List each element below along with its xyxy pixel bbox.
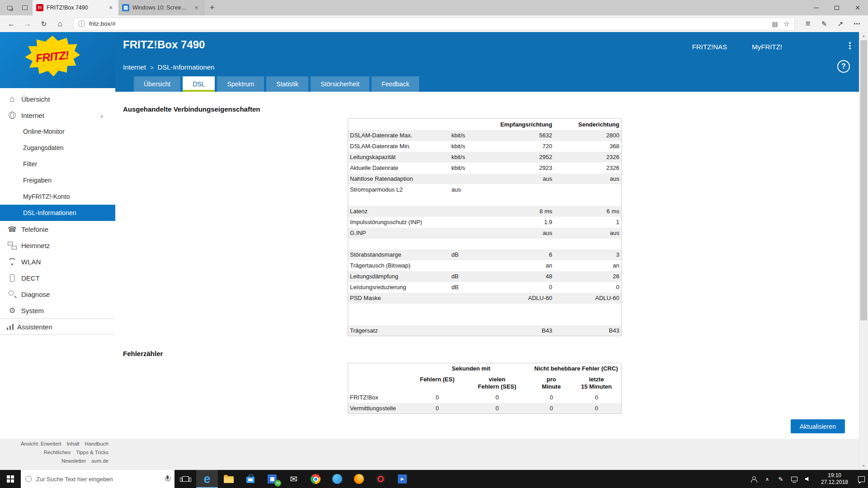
reading-view-icon[interactable] (772, 19, 778, 28)
network-icon[interactable] (788, 470, 801, 488)
action-center-glyph (858, 476, 865, 482)
maximize-button[interactable] (826, 0, 847, 15)
taskbar-firefox[interactable] (348, 470, 370, 488)
back-button[interactable] (4, 17, 19, 31)
refresh-page-button[interactable] (36, 17, 52, 31)
browser-tab-fritzbox[interactable]: FRITZ!Box 7490 (33, 0, 118, 15)
site-info-icon[interactable] (78, 20, 85, 27)
task-view-button[interactable] (175, 470, 196, 488)
taskbar-store[interactable] (240, 470, 261, 488)
scroll-up-icon[interactable] (859, 32, 868, 40)
taskbar-skype[interactable] (326, 470, 348, 488)
sidebar-item-diagnose[interactable]: Diagnose (0, 286, 115, 302)
breadcrumb-section[interactable]: Internet (123, 63, 146, 71)
favorite-star-icon[interactable] (783, 19, 790, 28)
sidebar-item-system[interactable]: System (0, 302, 115, 319)
microphone-icon[interactable] (165, 475, 170, 483)
dect-icon (7, 273, 18, 282)
sidebar-item-wlan[interactable]: WLAN (0, 253, 115, 270)
footer-link[interactable]: Tipps & Tricks (76, 448, 108, 457)
aktualisieren-button[interactable]: Aktualisieren (791, 419, 845, 433)
table-cell: 2952 (486, 152, 554, 163)
sidebar-item-dect[interactable]: DECT (0, 270, 115, 286)
taskbar-photos[interactable]: 36 (261, 470, 283, 488)
address-bar[interactable]: fritz.box/# (73, 18, 795, 30)
tab-storsicherheit[interactable]: Störsicherheit (311, 76, 369, 92)
table-cell: 0 (572, 403, 622, 414)
sidebar-item-internet[interactable]: Internet (0, 107, 115, 123)
volume-icon[interactable] (801, 470, 815, 488)
taskbar-movies[interactable] (392, 470, 413, 488)
taskbar-file-explorer[interactable] (218, 470, 240, 488)
tab-spektrum[interactable]: Spektrum (217, 76, 264, 92)
sidebar-item-freigaben[interactable]: Freigaben (0, 172, 115, 188)
taskbar-clock[interactable]: 19:10 27.12.2018 (816, 472, 853, 486)
close-window-button[interactable] (847, 0, 868, 15)
sidebar-item-telefonie[interactable]: Telefonie (0, 221, 115, 237)
taskbar-opera[interactable] (370, 470, 392, 488)
new-tab-button[interactable] (204, 0, 220, 15)
footer-link[interactable]: Ansicht: Erweitert (21, 440, 61, 448)
tab-dsl[interactable]: DSL (183, 76, 215, 92)
footer-link[interactable]: Inhalt (66, 440, 79, 448)
minimize-button[interactable] (806, 0, 826, 15)
tab-ubersicht[interactable]: Übersicht (134, 76, 180, 92)
footer-link[interactable]: avm.de (91, 457, 108, 465)
footer-link[interactable]: Rechtliches (44, 448, 71, 457)
window-controls (806, 0, 868, 15)
share-icon[interactable] (833, 17, 848, 31)
tray-pen-icon[interactable] (774, 470, 788, 488)
scrollbar[interactable] (859, 32, 868, 470)
sidebar-item-label: WLAN (21, 258, 41, 266)
scroll-down-icon[interactable] (859, 462, 868, 470)
table-cell (450, 239, 486, 249)
help-icon[interactable] (837, 60, 850, 73)
people-icon[interactable] (747, 470, 760, 488)
search-input[interactable] (35, 475, 161, 483)
forward-button[interactable] (20, 17, 35, 31)
table-row: Vermittlungsstelle0000 (348, 403, 622, 414)
set-tabs-aside-icon[interactable] (2, 0, 17, 15)
taskbar-mail[interactable] (283, 470, 305, 488)
tab-preview-icon[interactable] (17, 0, 33, 15)
myfritz-link[interactable]: MyFRITZ! (752, 43, 782, 51)
table-cell: Trägersatz (348, 325, 450, 336)
menu-kebab-icon[interactable] (846, 42, 854, 50)
table-cell: Nahtlose Ratenadaption (348, 174, 450, 184)
footer-link[interactable]: Handbuch (85, 440, 108, 448)
column-header-row: Fehlern (ES) vielen Fehlern (SES) pro Mi… (348, 374, 622, 392)
scrollbar-thumb[interactable] (860, 40, 867, 320)
sidebar-item-ubersicht[interactable]: Übersicht (0, 91, 115, 107)
taskbar-search[interactable] (21, 470, 175, 488)
start-button[interactable] (0, 470, 21, 488)
footer-line: Ansicht: ErweitertInhaltHandbuch (0, 440, 108, 448)
tab-feedback[interactable]: Feedback (372, 76, 419, 92)
close-tab-icon[interactable] (107, 4, 115, 12)
sidebar-item-heimnetz[interactable]: Heimnetz (0, 237, 115, 253)
action-center-icon[interactable] (854, 470, 868, 488)
sidebar-item-zugangsdaten[interactable]: Zugangsdaten (0, 140, 115, 156)
sidebar-item-dsl-informationen[interactable]: DSL-Informationen (0, 205, 115, 221)
taskbar-chrome[interactable] (305, 470, 326, 488)
sidebar-item-label: Übersicht (21, 95, 50, 103)
web-note-icon[interactable] (816, 17, 832, 31)
taskbar-edge[interactable] (196, 470, 218, 488)
hub-icon[interactable] (800, 17, 816, 31)
sidebar-item-filter[interactable]: Filter (0, 156, 115, 172)
browser-tab-strip: FRITZ!Box 7490 Windows 10: Screenshot er (0, 0, 868, 15)
close-tab-icon[interactable] (192, 4, 200, 12)
tray-chevron-icon[interactable] (760, 470, 774, 488)
sidebar-item-label: Assistenten (17, 323, 52, 331)
more-menu-icon[interactable] (849, 17, 864, 31)
footer-link[interactable]: Newsletter (61, 457, 86, 465)
sidebar-item-online-monitor[interactable]: Online-Monitor (0, 123, 115, 140)
group-header-crc: Nicht behebbare Fehler (CRC) (531, 363, 622, 374)
table-cell: kbit/s (450, 130, 486, 141)
sidebar-item-myfritz-konto[interactable]: MyFRITZ!-Konto (0, 188, 115, 205)
browser-tab-windows10[interactable]: Windows 10: Screenshot er (118, 0, 204, 15)
fritznas-link[interactable]: FRITZ!NAS (692, 43, 727, 51)
sidebar-item-assistenten[interactable]: Assistenten (0, 319, 115, 335)
home-button[interactable] (52, 17, 68, 31)
spacer-row (348, 195, 622, 206)
tab-statistik[interactable]: Statistik (266, 76, 308, 92)
